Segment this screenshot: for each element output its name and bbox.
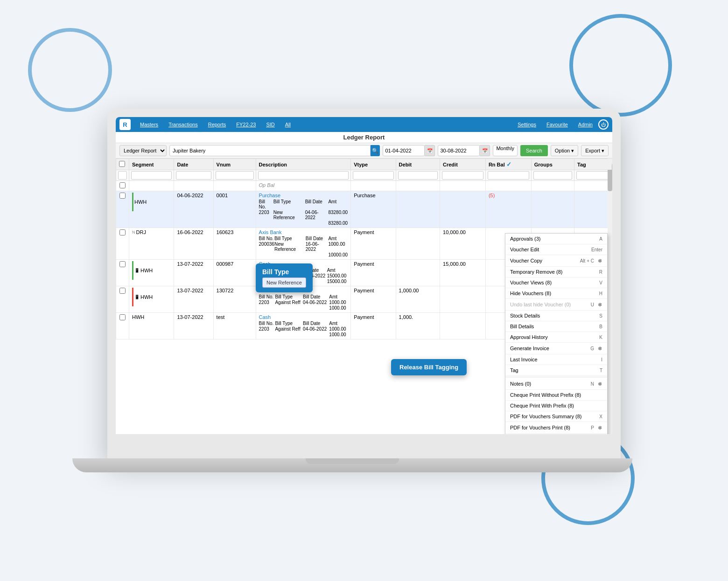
- nav-item-masters[interactable]: Masters: [135, 120, 163, 129]
- filter-checkbox-col[interactable]: [118, 171, 127, 180]
- table-row[interactable]: Op Bal: [116, 181, 612, 191]
- bill-sub-table: Bill No.Bill TypeBill DateAmt 2203Agains…: [259, 321, 348, 338]
- ctx-item-temp-remove[interactable]: Temporary Remove (8) R: [505, 267, 607, 277]
- bill-sub-table: Bill No.Bill TypeBill DateAmt 200036New …: [259, 236, 348, 258]
- filter-segment[interactable]: [131, 171, 172, 180]
- ctx-item-cheque-no-prefix[interactable]: Cheque Print Without Prefix (8): [505, 390, 607, 401]
- row-checkbox[interactable]: [119, 193, 126, 199]
- description-link[interactable]: Purchase: [259, 193, 280, 198]
- ctx-label: Approvals (3): [510, 236, 540, 242]
- row-checkbox[interactable]: [119, 261, 126, 267]
- bill-type-title: Bill Type: [262, 268, 306, 276]
- nav-item-fy[interactable]: FY22-23: [231, 120, 260, 129]
- option-button[interactable]: Option ▾: [551, 145, 578, 156]
- col-description: Description: [256, 159, 351, 170]
- ctx-key: S: [599, 313, 602, 318]
- cell-debit: [396, 260, 440, 286]
- ctx-item-notes[interactable]: Notes (0) N: [505, 378, 607, 390]
- ctx-item-approval-history[interactable]: Approval History K: [505, 332, 607, 343]
- frequency-selector[interactable]: Monthly: [493, 145, 518, 156]
- filter-groups[interactable]: [533, 171, 572, 180]
- ctx-item-voucher-copy[interactable]: Voucher Copy Alt + C: [505, 255, 607, 267]
- cell-debit: [396, 191, 440, 228]
- filter-credit[interactable]: [442, 171, 483, 180]
- nav-item-sid[interactable]: SID: [261, 120, 279, 129]
- nav-item-reports[interactable]: Reports: [203, 120, 231, 129]
- filter-debit[interactable]: [398, 171, 438, 180]
- ctx-item-tag[interactable]: Tag T: [505, 365, 607, 376]
- ctx-item-pdf-summary[interactable]: PDF for Vouchers Summary (8) X: [505, 411, 607, 422]
- ctx-item-undo-hide[interactable]: Undo last hide Voucher (0) U: [505, 299, 607, 311]
- date-to-input[interactable]: [438, 145, 480, 156]
- cell-segment: HWH: [129, 313, 174, 339]
- description-link[interactable]: Cash: [259, 314, 271, 320]
- ctx-color-green[interactable]: Green (0) 0 0.00 1: [505, 434, 607, 434]
- scene: R Masters Transactions Reports FY22-23 S…: [0, 0, 728, 581]
- ctx-item-pdf-print[interactable]: PDF for Vouchers Print (8) P: [505, 422, 607, 434]
- filter-rnbal[interactable]: [488, 171, 529, 180]
- cell-segment: 📱 HWH: [129, 286, 174, 313]
- ctx-item-stock-details[interactable]: Stock Details S: [505, 311, 607, 321]
- scrollbar[interactable]: [608, 159, 612, 434]
- filter-vnum[interactable]: [216, 171, 254, 180]
- ctx-item-voucher-views[interactable]: Voucher Views (8) V: [505, 277, 607, 288]
- row-checkbox[interactable]: [119, 229, 126, 235]
- description-link[interactable]: Axis Bank: [259, 229, 282, 235]
- ctx-key: U: [591, 302, 594, 307]
- ctx-item-generate-invoice[interactable]: Generate Invoice G: [505, 343, 607, 354]
- gear-icon: [596, 380, 602, 387]
- filter-vtype[interactable]: [353, 171, 393, 180]
- ctx-separator: [505, 377, 607, 377]
- filter-description[interactable]: [258, 171, 349, 180]
- row-checkbox[interactable]: [119, 288, 126, 294]
- cell-debit: [396, 181, 440, 191]
- cell-vtype: Payment: [351, 286, 396, 313]
- export-button[interactable]: Export ▾: [581, 145, 609, 156]
- nav-item-admin[interactable]: Admin: [574, 120, 597, 129]
- cell-vtype: [351, 181, 396, 191]
- nav-item-all[interactable]: All: [280, 120, 295, 129]
- ledger-search-button[interactable]: 🔍: [371, 145, 380, 156]
- toolbar: Ledger Report 🔍 📅 📅: [116, 143, 612, 159]
- power-button[interactable]: ⏻: [598, 119, 609, 130]
- ctx-item-cheque-prefix[interactable]: Cheque Print With Prefix (8): [505, 401, 607, 411]
- nav-item-favourite[interactable]: Favourite: [542, 120, 573, 129]
- ctx-item-voucher-edit[interactable]: Voucher Edit Enter: [505, 244, 607, 255]
- row-checkbox[interactable]: [119, 314, 126, 320]
- ctx-label: Last Invoice: [510, 357, 538, 362]
- ctx-label: Hide Vouchers (8): [510, 290, 551, 296]
- table-row[interactable]: HWH 04-06-2022 0001 Purchase: [116, 191, 612, 228]
- nav-logo: R: [119, 119, 131, 130]
- col-checkbox[interactable]: [116, 159, 129, 170]
- cell-credit: [440, 286, 486, 313]
- date-to-calendar-button[interactable]: 📅: [480, 145, 490, 156]
- report-type-select[interactable]: Ledger Report: [119, 145, 167, 156]
- gear-icon: [596, 424, 602, 431]
- row-checkbox[interactable]: [119, 182, 126, 188]
- ctx-key: P: [591, 425, 594, 430]
- nav-item-settings[interactable]: Settings: [513, 120, 541, 129]
- filter-tag[interactable]: [576, 171, 610, 180]
- search-button[interactable]: Search: [520, 145, 548, 156]
- ctx-key: K: [599, 335, 602, 340]
- ctx-label: Voucher Copy: [510, 258, 542, 263]
- date-from-input[interactable]: [383, 145, 425, 156]
- filter-date[interactable]: [176, 171, 211, 180]
- gear-icon: [596, 345, 602, 352]
- ctx-item-approvals[interactable]: Approvals (3) A: [505, 234, 607, 244]
- ctx-item-last-invoice[interactable]: Last Invoice I: [505, 354, 607, 365]
- bill-type-tooltip: Bill Type New Reference: [256, 263, 313, 292]
- cell-date: 13-07-2022: [174, 260, 213, 286]
- ctx-label: Stock Details: [510, 313, 540, 318]
- ctx-key: V: [599, 280, 602, 285]
- ledger-search-input[interactable]: [169, 145, 371, 156]
- date-from-calendar-button[interactable]: 📅: [425, 145, 435, 156]
- ctx-item-hide-vouchers[interactable]: Hide Vouchers (8) H: [505, 288, 607, 299]
- select-all-checkbox[interactable]: [119, 161, 125, 167]
- ctx-item-bill-details[interactable]: Bill Details B: [505, 321, 607, 332]
- cell-description: Cash Bill No.Bill TypeBill DateAmt 2203A…: [256, 313, 351, 339]
- ctx-label: Generate Invoice: [510, 346, 549, 351]
- ctx-label: Voucher Views (8): [510, 280, 552, 285]
- nav-item-transactions[interactable]: Transactions: [164, 120, 203, 129]
- cell-date: 13-07-2022: [174, 313, 213, 339]
